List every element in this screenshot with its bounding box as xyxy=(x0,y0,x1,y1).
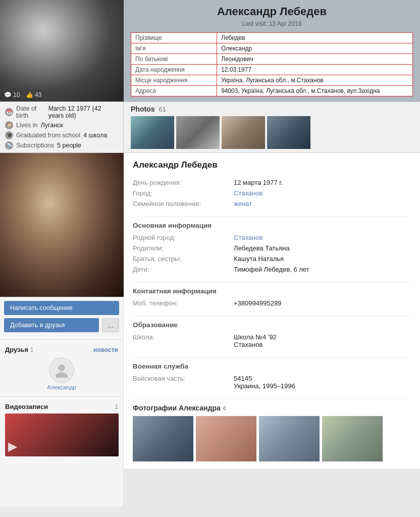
military-value[interactable]: 54145 xyxy=(234,375,252,382)
subscriptions-value: 5 people xyxy=(57,142,81,149)
marital-value[interactable]: женат xyxy=(234,200,252,208)
basic-info-title: Основная информация xyxy=(133,216,411,229)
city-label: Город: xyxy=(133,189,234,197)
svg-point-0 xyxy=(58,365,65,372)
info-table-row: Дата народження12.03.1977 xyxy=(131,65,413,75)
photos-section-header: Photos 61 xyxy=(131,105,413,113)
right-content: Александр Лебедев День рождения: 12 март… xyxy=(124,153,420,469)
sidebar-profile-photo[interactable] xyxy=(0,153,124,297)
phone-row: Моб. телефон: +380994995289 xyxy=(133,298,411,308)
parents-value: Лебедева Татьяна xyxy=(234,244,290,252)
friends-section-title: Друзья 1 новости xyxy=(0,343,123,354)
graduated-value: 4 школа xyxy=(83,132,107,139)
subscriptions-icon: 📡 xyxy=(5,141,13,149)
phone-value: +380994995289 xyxy=(234,299,281,307)
marital-row: Семейное положение: женат xyxy=(133,198,411,209)
likes-stat: 👍 43 xyxy=(26,91,41,98)
photos-gallery-title: Фотографии Александра 4 xyxy=(133,404,411,412)
basic-details-section: День рождения: 12 марта 1977 г. Город: С… xyxy=(133,177,411,209)
friend-btn-row: Добавить в друзья ... xyxy=(4,318,119,332)
profile-strip: 📅 Date of birth March 12 1977 (42 years … xyxy=(0,101,420,153)
subscriptions-label: Subscriptions xyxy=(16,142,54,149)
friends-news-link[interactable]: новости xyxy=(93,346,118,353)
friend-avatar[interactable] xyxy=(49,357,74,383)
military-section: Войсковая часть: 54145 Украина, 1995–199… xyxy=(133,373,411,391)
photos-gallery-grid xyxy=(133,416,411,461)
comment-icon: 💬 xyxy=(4,91,12,98)
info-table-label: Прізвище xyxy=(131,33,217,43)
city-value[interactable]: Стаханов xyxy=(234,189,262,197)
gallery-thumb-4[interactable] xyxy=(322,416,383,461)
add-friend-button[interactable]: Добавить в друзья xyxy=(4,318,99,332)
marital-label: Семейное положение: xyxy=(133,200,234,208)
friends-title: Друзья 1 xyxy=(5,346,33,353)
gallery-thumb-1[interactable] xyxy=(133,416,193,461)
info-table-row: ПрізвищеЛебедев xyxy=(131,33,413,43)
military-info: 54145 Украина, 1995–1996 xyxy=(234,375,295,390)
dob-value: March 12 1977 (42 years old) xyxy=(48,105,118,119)
last-visit: Last visit: 13 Apr 2018 xyxy=(131,20,413,27)
photo-thumb-2[interactable] xyxy=(176,116,220,149)
education-section: Школа: Школа №4 '92 Стаханов xyxy=(133,332,411,350)
school-label: Школа: xyxy=(133,333,234,341)
info-table-row: Адреса94003, Україна, Луганська обл., м.… xyxy=(131,86,413,96)
friend-name[interactable]: Александр xyxy=(47,384,76,390)
parents-row: Родители: Лебедева Татьяна xyxy=(133,243,411,253)
children-label: Дети: xyxy=(133,266,234,273)
photo-thumb-3[interactable] xyxy=(222,116,265,149)
info-table-row: По батьковіЛеонідович xyxy=(131,54,413,65)
children-row: Дети: Тимофей Лебедев, 6 лет xyxy=(133,264,411,275)
sidebar-divider-1 xyxy=(0,339,123,340)
comments-stat: 💬 10 xyxy=(4,91,20,98)
gallery-thumb-3[interactable] xyxy=(259,416,320,461)
info-table-value: 12.03.1977 xyxy=(217,65,413,75)
profile-main-name: Александр Лебедев xyxy=(133,160,411,170)
info-table-label: Місце народження xyxy=(131,75,217,86)
friend-avatar-icon xyxy=(54,363,69,378)
parents-label: Родители: xyxy=(133,244,234,252)
profile-strip-right: Photos 61 xyxy=(124,102,420,152)
siblings-label: Братья, сестры: xyxy=(133,255,234,263)
children-value: Тимофей Лебедев, 6 лет xyxy=(234,266,309,273)
military-detail: Украина, 1995–1996 xyxy=(234,382,295,390)
hometown-label: Родной город: xyxy=(133,234,234,241)
photo-stats: 💬 10 👍 43 xyxy=(4,91,42,98)
dob-label: Date of birth xyxy=(16,105,45,119)
hometown-value[interactable]: Стаханов xyxy=(234,234,262,241)
siblings-value: Кашута Наталья xyxy=(234,255,284,263)
profile-strip-left: 📅 Date of birth March 12 1977 (42 years … xyxy=(0,102,124,152)
photos-gallery-section: Фотографии Александра 4 xyxy=(133,398,411,461)
main-content: Написать сообщение Добавить в друзья ...… xyxy=(0,153,420,506)
videos-section-title: Видеозаписи 1 xyxy=(0,400,123,411)
like-icon: 👍 xyxy=(26,91,33,98)
info-table-row: Місце народженняУкраїна, Луганська обл.,… xyxy=(131,75,413,86)
message-button[interactable]: Написать сообщение xyxy=(4,301,119,315)
school-icon: 🎓 xyxy=(5,131,13,139)
top-header: 💬 10 👍 43 Александр Лебедев Last visit: … xyxy=(0,0,420,101)
action-buttons: Написать сообщение Добавить в друзья ... xyxy=(0,297,123,336)
info-table-label: Адреса xyxy=(131,86,217,96)
school-city: Стаханов xyxy=(234,341,262,348)
photo-thumb-4[interactable] xyxy=(267,116,310,149)
home-icon: 🏠 xyxy=(5,121,13,129)
sidebar-divider-2 xyxy=(0,396,123,397)
school-value[interactable]: Школа №4 '92 xyxy=(234,333,277,341)
gallery-thumb-2[interactable] xyxy=(196,416,256,461)
video-thumb[interactable] xyxy=(5,413,119,456)
more-options-button[interactable]: ... xyxy=(102,318,119,332)
info-table-row: Ім'яОлександр xyxy=(131,43,413,54)
city-row: Город: Стаханов xyxy=(133,188,411,198)
school-info: Школа №4 '92 Стаханов xyxy=(234,333,277,348)
military-label: Войсковая часть: xyxy=(133,375,234,382)
birthday-row: День рождения: 12 марта 1977 г. xyxy=(133,177,411,188)
hometown-row: Родной город: Стаханов xyxy=(133,232,411,243)
photo-thumb-1[interactable] xyxy=(131,116,174,149)
videos-count: 1 xyxy=(115,403,118,410)
info-table-label: Ім'я xyxy=(131,43,217,54)
education-title: Образование xyxy=(133,316,411,329)
cover-photo: 💬 10 👍 43 xyxy=(0,0,124,101)
profile-name-header: Александр Лебедев xyxy=(131,5,413,18)
lives-in-value: Луганск xyxy=(40,122,63,129)
graduated-label: Graduated from school xyxy=(16,132,80,139)
photos-thumbs xyxy=(131,116,413,149)
